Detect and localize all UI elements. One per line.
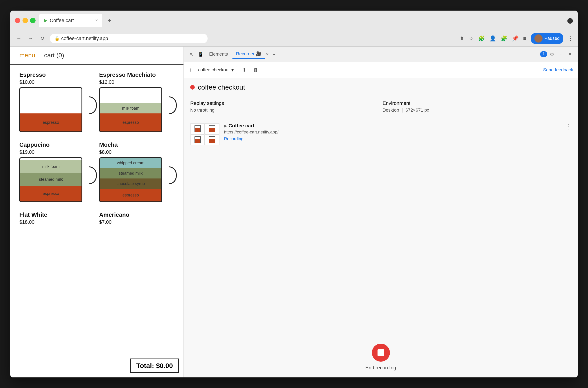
layer-espresso-cap: espresso (20, 186, 81, 201)
close-traffic-light[interactable] (15, 18, 20, 23)
pin-icon[interactable]: 📌 (512, 35, 519, 42)
menu-item-cappucino: Cappucino $19.00 espresso steamed milk m… (19, 141, 95, 205)
replay-settings-label: Replay settings (190, 100, 379, 106)
replay-settings-block: Replay settings No throttling (190, 100, 379, 113)
toolbar-icons: ⬆ ☆ 🧩 👤 🧩 📌 ≡ Paused ⋮ (460, 33, 573, 44)
cursor-tool-button[interactable]: ↖ (188, 50, 196, 58)
tab-elements[interactable]: Elements (206, 50, 231, 58)
devtools-tabbar: ↖ 📱 Elements Recorder 🎥 × » 1 ⚙ ⋮ × (184, 47, 578, 62)
item-price-espresso: $10.00 (19, 79, 95, 85)
device-toggle-button[interactable]: 📱 (196, 50, 205, 58)
total-box: Total: $0.00 (130, 359, 179, 373)
close-devtools-button[interactable]: × (566, 50, 574, 58)
list-icon[interactable]: ≡ (523, 35, 526, 42)
expand-arrow-icon: ▶ (224, 124, 227, 128)
add-recording-button[interactable]: + (188, 66, 192, 73)
recording-item-title: Coffee cart (228, 123, 254, 129)
layer-espresso-macchiato: espresso (100, 113, 161, 131)
devtools-panel-button[interactable]: ⬤ (567, 17, 573, 24)
menu-nav-link[interactable]: menu (19, 52, 35, 59)
thumb-cup-4 (209, 136, 215, 143)
item-name-espresso: Espresso (19, 71, 95, 78)
delete-recording-button[interactable]: 🗑 (251, 66, 260, 74)
layer-whipped-cream-mocha: whipped cream (100, 158, 161, 168)
tab-close-button[interactable]: × (95, 18, 98, 23)
end-recording-label: End recording (365, 365, 396, 371)
thumb-cup-2 (209, 125, 215, 132)
recorder-toolbar: + coffee checkout ▾ ⬆ 🗑 Send feedback (184, 62, 578, 78)
menu-button[interactable]: ⋮ (568, 35, 573, 42)
cup-cappucino[interactable]: espresso steamed milk milk foam (19, 157, 89, 205)
layer-espresso-mocha: espresso (100, 189, 161, 201)
main-content: menu cart (0) Espresso $10.00 espresso (10, 47, 578, 377)
settings-button[interactable]: ⚙ (548, 50, 556, 58)
more-tabs-button[interactable]: » (270, 50, 278, 58)
recording-selector[interactable]: coffee checkout ▾ (195, 66, 237, 74)
lock-icon: 🔒 (54, 36, 59, 41)
thumb-cell-4 (205, 134, 219, 145)
cup-macchiato[interactable]: espresso milk foam (99, 87, 169, 135)
export-recording-button[interactable]: ⬆ (240, 66, 249, 74)
maximize-traffic-light[interactable] (30, 18, 36, 23)
item-name-macchiato: Espresso Macchiato (99, 71, 175, 78)
recording-expand-row[interactable]: ▶ Coffee cart (224, 123, 561, 129)
menu-item-mocha: Mocha $8.00 espresso chocolate syrup ste… (99, 141, 175, 205)
total-bar: Total: $0.00 (130, 359, 179, 373)
recording-more-options-button[interactable]: ⋮ (565, 123, 571, 130)
recording-thumbnail (190, 123, 220, 146)
address-field[interactable]: 🔒 coffee-cart.netlify.app (50, 34, 208, 43)
thumb-cell-1 (191, 123, 205, 134)
menu-grid: Espresso $10.00 espresso Espresso Macchi… (19, 71, 174, 227)
dropdown-icon: ▾ (231, 67, 234, 73)
site-main: Espresso $10.00 espresso Espresso Macchi… (10, 65, 183, 377)
puzzle-icon[interactable]: 🧩 (501, 35, 507, 42)
forward-button[interactable]: → (26, 34, 35, 43)
address-bar: ← → ↻ 🔒 coffee-cart.netlify.app ⬆ ☆ 🧩 👤 … (10, 30, 578, 47)
cup-body-macchiato: espresso milk foam (99, 87, 162, 132)
avatar (535, 34, 542, 43)
cup-body-espresso: espresso (19, 87, 82, 132)
cup-espresso[interactable]: espresso (19, 87, 89, 135)
environment-value: Desktop | 672×671 px (383, 108, 572, 113)
recorder-tab-close[interactable]: × (266, 51, 269, 57)
environment-label: Environment (383, 100, 572, 106)
item-name-flat-white: Flat White (19, 211, 95, 218)
paused-button[interactable]: Paused (531, 33, 563, 44)
item-name-americano: Americano (99, 211, 175, 218)
thumb-cup-3 (195, 136, 201, 143)
thumb-cup-1 (195, 125, 201, 132)
cart-nav-link[interactable]: cart (0) (44, 52, 64, 59)
share-icon[interactable]: ⬆ (460, 35, 464, 42)
tab-favicon: ▶ (44, 18, 48, 24)
item-name-mocha: Mocha (99, 141, 175, 148)
back-button[interactable]: ← (15, 34, 23, 43)
browser-window: ▶ Coffee cart × + ⬤ ← → ↻ 🔒 coffee-cart.… (10, 11, 578, 377)
send-feedback-link[interactable]: Send feedback (543, 67, 573, 73)
minimize-traffic-light[interactable] (23, 18, 28, 23)
cup-body-cappucino: espresso steamed milk milk foam (19, 157, 82, 202)
thumb-cell-2 (205, 123, 219, 134)
tab-bar: ▶ Coffee cart × + (39, 14, 564, 27)
menu-item-espresso: Espresso $10.00 espresso (19, 71, 95, 135)
cup-mocha[interactable]: espresso chocolate syrup steamed milk wh… (99, 157, 169, 205)
recording-name-select: coffee checkout (198, 67, 230, 73)
item-price-flat-white: $18.00 (19, 219, 95, 225)
chat-badge[interactable]: 1 (540, 51, 547, 57)
site-navigation: menu cart (0) (10, 47, 183, 65)
new-tab-button[interactable]: + (104, 15, 115, 26)
url-text: coffee-cart.netlify.app (61, 36, 108, 41)
cup-handle-macchiato (169, 96, 177, 114)
more-options-button[interactable]: ⋮ (557, 50, 565, 58)
tab-recorder[interactable]: Recorder 🎥 (232, 49, 265, 59)
throttling-value: No throttling (190, 108, 379, 113)
reload-button[interactable]: ↻ (38, 34, 46, 43)
profile-icon[interactable]: 👤 (490, 35, 496, 42)
active-tab[interactable]: ▶ Coffee cart × (39, 14, 102, 27)
bookmark-icon[interactable]: ☆ (469, 35, 474, 42)
stop-recording-button[interactable] (372, 344, 390, 362)
layer-chocolate-mocha: chocolate syrup (100, 178, 161, 189)
paused-label: Paused (544, 36, 560, 41)
menu-item-flat-white: Flat White $18.00 (19, 211, 95, 227)
menu-item-macchiato: Espresso Macchiato $12.00 espresso milk … (99, 71, 175, 135)
extensions-icon[interactable]: 🧩 (478, 35, 485, 42)
